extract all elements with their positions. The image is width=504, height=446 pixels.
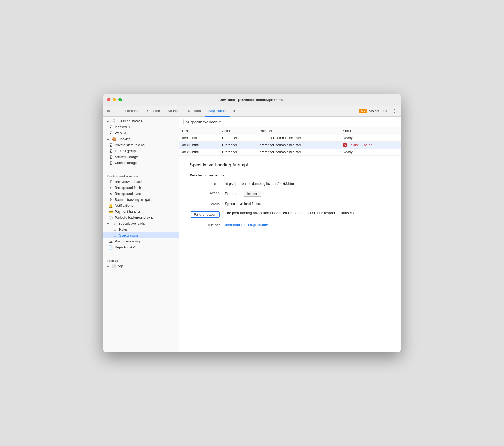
- database-icon: 🗄: [109, 143, 113, 147]
- sidebar-item-label: Rules: [119, 228, 128, 231]
- detail-value-ruleset: prerender-demos.glitch.me/: [225, 223, 390, 227]
- sidebar: ▶ 🗄 Session storage 🗄 IndexedDB 🗄 Web SQ…: [103, 117, 179, 352]
- tab-network[interactable]: Network: [184, 106, 205, 117]
- close-button[interactable]: [107, 98, 110, 101]
- chevron-down-icon: ▾: [219, 120, 221, 124]
- sidebar-item-speculative-loads[interactable]: ▼ ↕ Speculative loads: [103, 221, 179, 227]
- ruleset-link[interactable]: prerender-demos.glitch.me/: [225, 223, 268, 227]
- detail-section-title: Detailed information: [190, 173, 390, 177]
- sidebar-item-label: Private state tokens: [115, 143, 145, 147]
- sidebar-item-rules[interactable]: ↕ Rules: [103, 227, 179, 232]
- table-row[interactable]: /next2.html Prerender prerender-demos.gl…: [179, 149, 401, 156]
- clock-icon: 🕐: [109, 215, 113, 220]
- filter-dropdown[interactable]: All speculative loads ▾: [183, 119, 223, 125]
- table-header: URL Action Rule set Status: [179, 127, 401, 135]
- sidebar-item-background-sync[interactable]: ↻ Background sync: [103, 191, 179, 197]
- cell-ruleset: prerender-demos.glitch.me/: [256, 142, 339, 149]
- sidebar-item-cookies[interactable]: ▶ 🍪 Cookies: [103, 136, 179, 142]
- detail-panel: Speculative Loading Attempt Detailed inf…: [179, 156, 401, 352]
- content-area: All speculative loads ▾ URL Action Rule …: [179, 117, 401, 352]
- sidebar-item-interest-groups[interactable]: 🗄 Interest groups: [103, 148, 179, 154]
- toolbar-right: ⚠ 2 Main ▾ ⚙ ⋮: [359, 108, 398, 114]
- cell-status: Ready: [340, 135, 401, 142]
- sync-icon: ↕: [109, 186, 113, 190]
- sidebar-item-session-storage[interactable]: ▶ 🗄 Session storage: [103, 118, 179, 124]
- warning-badge[interactable]: ⚠ 2: [359, 109, 367, 113]
- speculative-icon: ↕: [112, 221, 116, 226]
- tab-sources[interactable]: Sources: [164, 106, 184, 117]
- sidebar-item-label: Background sync: [115, 192, 141, 196]
- settings-icon[interactable]: ⚙: [381, 108, 388, 114]
- detail-row-url: URL https://prerender-demos.glitch.me/ne…: [190, 182, 390, 186]
- filter-label: All speculative loads: [186, 120, 218, 124]
- sidebar-item-label: Cache storage: [115, 161, 137, 165]
- sidebar-item-speculations[interactable]: ↕ Speculations: [103, 232, 179, 238]
- background-services-section-label: Background services: [103, 172, 179, 179]
- filter-bar: All speculative loads ▾: [179, 117, 401, 127]
- chevron-down-icon: ▾: [377, 109, 379, 113]
- tab-elements[interactable]: Elements: [121, 106, 143, 117]
- cell-ruleset: prerender-demos.glitch.me/: [256, 135, 339, 142]
- payment-icon: 💳: [109, 209, 113, 214]
- detail-value-url: https://prerender-demos.glitch.me/next3.…: [225, 182, 390, 186]
- sidebar-item-cache-storage[interactable]: 🗄 Cache storage: [103, 160, 179, 166]
- detail-value-action: Prerender Inspect: [225, 191, 390, 197]
- detail-row-failure-reason: Failure reason The prerendering navigati…: [190, 211, 390, 218]
- sidebar-item-background-fetch[interactable]: ↕ Background fetch: [103, 185, 179, 191]
- table-row[interactable]: /next.html Prerender prerender-demos.gli…: [179, 135, 401, 142]
- device-icon[interactable]: ▭: [113, 108, 119, 114]
- tab-console[interactable]: Console: [143, 106, 164, 117]
- more-options-icon[interactable]: ⋮: [391, 108, 398, 114]
- speculative-loads-table-area: All speculative loads ▾ URL Action Rule …: [179, 117, 401, 156]
- window-title: DevTools - prerender-demos.glitch.me/: [220, 98, 284, 102]
- minimize-button[interactable]: [113, 98, 116, 101]
- col-url: URL: [179, 127, 219, 135]
- inspect-button[interactable]: Inspect: [244, 191, 261, 197]
- action-value: Prerender: [225, 192, 241, 196]
- speculations-icon: ↕: [113, 233, 117, 238]
- sidebar-item-private-state-tokens[interactable]: 🗄 Private state tokens: [103, 142, 179, 148]
- sidebar-item-push-messaging[interactable]: ☁ Push messaging: [103, 238, 179, 244]
- sidebar-item-websql[interactable]: 🗄 Web SQL: [103, 130, 179, 136]
- badge-count: 2: [364, 110, 365, 113]
- cursor-icon[interactable]: ✏: [106, 108, 112, 114]
- sidebar-item-shared-storage[interactable]: 🗄 Shared storage: [103, 154, 179, 160]
- sidebar-item-payment-handler[interactable]: 💳 Payment handler: [103, 209, 179, 215]
- sidebar-item-label: Payment handler: [115, 210, 140, 214]
- tab-bar: Elements Console Sources Network Applica…: [121, 106, 357, 117]
- sidebar-item-label: Web SQL: [115, 131, 129, 135]
- warning-icon: ⚠: [360, 109, 363, 113]
- sidebar-item-frames-top[interactable]: ▶ ⬜ top: [103, 263, 179, 269]
- sidebar-item-label: Push messaging: [115, 240, 140, 243]
- database-icon: 🗄: [109, 161, 113, 165]
- table-row[interactable]: /next3.html Prerender prerender-demos.gl…: [179, 142, 401, 149]
- tab-more[interactable]: »: [230, 106, 239, 117]
- detail-label-ruleset: Rule set: [190, 223, 225, 227]
- database-icon: 🗄: [109, 149, 113, 153]
- sidebar-item-back-forward-cache[interactable]: 🗄 Back/forward cache: [103, 179, 179, 185]
- cell-url: /next.html: [179, 135, 219, 142]
- sidebar-item-periodic-bg-sync[interactable]: 🕐 Periodic background sync: [103, 215, 179, 221]
- arrow-down-icon: ▼: [106, 221, 110, 226]
- cloud-icon: ☁: [109, 239, 113, 244]
- sidebar-item-indexeddb[interactable]: 🗄 IndexedDB: [103, 124, 179, 130]
- sidebar-item-bounce-tracking[interactable]: 🗄 Bounce tracking mitigation: [103, 197, 179, 203]
- cookie-icon: 🍪: [112, 137, 116, 141]
- main-label: Main: [369, 109, 377, 113]
- sidebar-item-label: Shared storage: [115, 155, 138, 159]
- detail-value-status: Speculative load failed.: [225, 202, 390, 206]
- tab-application[interactable]: Application: [205, 106, 230, 117]
- speculative-loads-table: URL Action Rule set Status /next.html Pr…: [179, 127, 401, 156]
- devtools-window: DevTools - prerender-demos.glitch.me/ ✏ …: [103, 94, 401, 352]
- sidebar-item-notifications[interactable]: 🔔 Notifications: [103, 203, 179, 209]
- maximize-button[interactable]: [118, 98, 122, 101]
- cell-action: Prerender: [219, 142, 256, 149]
- sidebar-item-reporting-api[interactable]: 📄 Reporting API: [103, 244, 179, 250]
- frames-section-label: Frames: [103, 256, 179, 263]
- failure-status: ✕ Failure - The pr: [343, 143, 372, 147]
- database-icon: 🗄: [109, 131, 113, 135]
- sidebar-item-label: Background fetch: [115, 186, 141, 190]
- sidebar-item-label: top: [118, 264, 123, 268]
- sidebar-item-label: Periodic background sync: [115, 216, 153, 219]
- main-dropdown[interactable]: Main ▾: [369, 109, 379, 113]
